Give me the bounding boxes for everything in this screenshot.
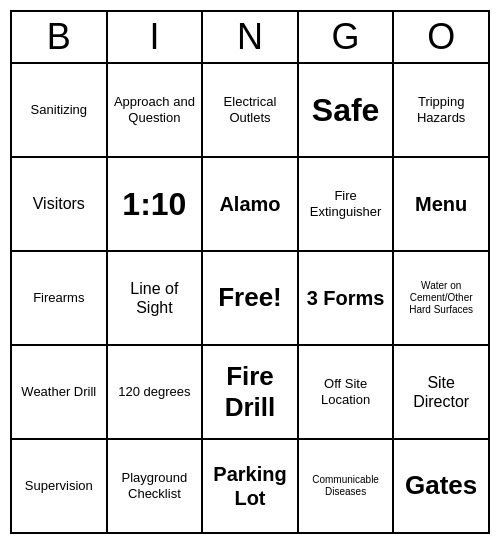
cell-label: Parking Lot xyxy=(207,462,293,510)
cell-label: Gates xyxy=(405,470,477,501)
bingo-cell: Menu xyxy=(394,158,488,250)
cell-label: Fire Extinguisher xyxy=(303,188,389,219)
cell-label: 120 degrees xyxy=(118,384,190,400)
cell-label: Firearms xyxy=(33,290,84,306)
bingo-cell: 1:10 xyxy=(108,158,204,250)
bingo-row: Weather Drill120 degreesFire DrillOff Si… xyxy=(12,346,488,440)
bingo-header: BINGO xyxy=(12,12,488,64)
cell-label: Line of Sight xyxy=(112,279,198,317)
cell-label: Supervision xyxy=(25,478,93,494)
bingo-cell: Sanitizing xyxy=(12,64,108,156)
bingo-card: BINGO SanitizingApproach and QuestionEle… xyxy=(10,10,490,534)
cell-label: Water on Cement/Other Hard Surfaces xyxy=(398,280,484,316)
bingo-cell: Fire Drill xyxy=(203,346,299,438)
bingo-cell: Supervision xyxy=(12,440,108,532)
bingo-cell: Firearms xyxy=(12,252,108,344)
bingo-cell: Weather Drill xyxy=(12,346,108,438)
cell-label: Electrical Outlets xyxy=(207,94,293,125)
cell-label: Playground Checklist xyxy=(112,470,198,501)
bingo-cell: Water on Cement/Other Hard Surfaces xyxy=(394,252,488,344)
header-letter: O xyxy=(394,12,488,62)
cell-label: Tripping Hazards xyxy=(398,94,484,125)
bingo-cell: Parking Lot xyxy=(203,440,299,532)
cell-label: 3 Forms xyxy=(307,286,385,310)
bingo-cell: Line of Sight xyxy=(108,252,204,344)
cell-label: Approach and Question xyxy=(112,94,198,125)
bingo-cell: Safe xyxy=(299,64,395,156)
bingo-row: FirearmsLine of SightFree!3 FormsWater o… xyxy=(12,252,488,346)
cell-label: Alamo xyxy=(219,192,280,216)
cell-label: Safe xyxy=(312,91,380,129)
cell-label: Visitors xyxy=(33,194,85,213)
bingo-row: Visitors1:10AlamoFire ExtinguisherMenu xyxy=(12,158,488,252)
bingo-row: SupervisionPlayground ChecklistParking L… xyxy=(12,440,488,532)
cell-label: Free! xyxy=(218,282,282,313)
cell-label: 1:10 xyxy=(122,185,186,223)
header-letter: N xyxy=(203,12,299,62)
bingo-cell: 3 Forms xyxy=(299,252,395,344)
header-letter: B xyxy=(12,12,108,62)
bingo-cell: Approach and Question xyxy=(108,64,204,156)
bingo-cell: Alamo xyxy=(203,158,299,250)
bingo-cell: Playground Checklist xyxy=(108,440,204,532)
cell-label: Communicable Diseases xyxy=(303,474,389,498)
bingo-cell: Electrical Outlets xyxy=(203,64,299,156)
bingo-cell: Tripping Hazards xyxy=(394,64,488,156)
bingo-cell: 120 degrees xyxy=(108,346,204,438)
bingo-row: SanitizingApproach and QuestionElectrica… xyxy=(12,64,488,158)
bingo-cell: Off Site Location xyxy=(299,346,395,438)
bingo-cell: Free! xyxy=(203,252,299,344)
cell-label: Site Director xyxy=(398,373,484,411)
cell-label: Sanitizing xyxy=(31,102,87,118)
cell-label: Menu xyxy=(415,192,467,216)
bingo-cell: Visitors xyxy=(12,158,108,250)
bingo-grid: SanitizingApproach and QuestionElectrica… xyxy=(12,64,488,532)
header-letter: G xyxy=(299,12,395,62)
bingo-cell: Communicable Diseases xyxy=(299,440,395,532)
cell-label: Weather Drill xyxy=(21,384,96,400)
cell-label: Fire Drill xyxy=(207,361,293,423)
bingo-cell: Fire Extinguisher xyxy=(299,158,395,250)
bingo-cell: Site Director xyxy=(394,346,488,438)
header-letter: I xyxy=(108,12,204,62)
bingo-cell: Gates xyxy=(394,440,488,532)
cell-label: Off Site Location xyxy=(303,376,389,407)
